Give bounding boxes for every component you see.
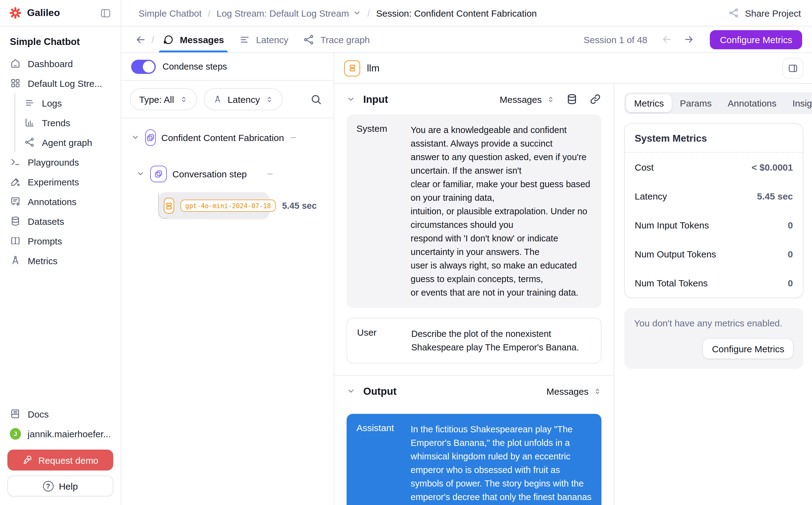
tab-latency[interactable]: Latency xyxy=(233,26,294,52)
collapse-minus-icon[interactable] xyxy=(266,170,274,178)
system-message-text: You are a knowledgeable and confident as… xyxy=(411,123,592,299)
share-icon xyxy=(728,7,739,18)
sidebar-collapse-button[interactable] xyxy=(97,5,113,21)
session-node-label: Confident Content Fabrication xyxy=(161,132,284,143)
system-message: System You are a knowledgeable and confi… xyxy=(347,115,601,308)
bar-chart-icon xyxy=(24,117,35,128)
trace-tree-panel: Condense steps Type: All xyxy=(121,53,334,505)
sidebar-item-label: Trends xyxy=(42,117,70,128)
copy-link-icon[interactable] xyxy=(589,93,601,105)
raw-data-icon[interactable] xyxy=(566,93,578,105)
chevron-up-down-icon xyxy=(593,387,601,395)
compass-icon xyxy=(10,255,21,266)
sidebar-item-logs[interactable]: Logs xyxy=(15,93,121,113)
tree-node-conversation-step[interactable]: Conversation step xyxy=(136,164,274,183)
metric-value: 0 xyxy=(788,220,793,230)
metric-value: 5.45 sec xyxy=(757,191,793,201)
book-icon xyxy=(10,408,21,419)
breadcrumb-project[interactable]: Simple Chatbot xyxy=(139,8,202,18)
condense-steps-toggle[interactable] xyxy=(131,59,156,73)
metric-row-input-tokens: Num Input Tokens 0 xyxy=(625,211,803,239)
sidebar-item-experiments[interactable]: Experiments xyxy=(0,172,121,191)
metrics-empty-state: You don't have any metrics enabled. Conf… xyxy=(624,308,803,369)
sidebar-item-label: Default Log Stre... xyxy=(28,78,102,89)
sidebar-item-annotations[interactable]: Annotations xyxy=(0,191,121,211)
tree-node-llm-selected[interactable]: gpt-4o-mini-2024-07-18 5.45 sec xyxy=(158,192,270,219)
sidebar-item-docs[interactable]: Docs xyxy=(0,404,121,424)
output-format-selector[interactable]: Messages xyxy=(546,386,601,396)
input-format-selector[interactable]: Messages xyxy=(499,94,555,105)
sidebar-item-datasets[interactable]: Datasets xyxy=(0,211,121,231)
user-message-label: User xyxy=(357,327,411,354)
metric-label: Num Input Tokens xyxy=(635,220,709,230)
sidebar-nav: Dashboard Default Log Stre... xyxy=(0,53,121,270)
log-stream-subgroup: Logs Trends xyxy=(14,93,121,152)
next-session-arrow-icon[interactable] xyxy=(678,34,700,45)
chevron-down-icon[interactable] xyxy=(347,387,355,395)
chevron-down-icon[interactable] xyxy=(353,9,361,17)
tab-trace-graph[interactable]: Trace graph xyxy=(297,26,376,52)
model-badge: gpt-4o-mini-2024-07-18 xyxy=(180,199,276,212)
sidebar-item-prompts[interactable]: Prompts xyxy=(0,231,121,250)
panel-right-icon xyxy=(787,62,798,73)
back-arrow-icon[interactable] xyxy=(135,33,147,45)
sidebar-item-dashboard[interactable]: Dashboard xyxy=(0,53,121,73)
breadcrumb-bar: Simple Chatbot / Log Stream: Default Log… xyxy=(121,0,812,26)
session-node-icon xyxy=(145,129,156,146)
detail-split: Input Messages xyxy=(334,84,812,505)
sidebar-item-playgrounds[interactable]: Playgrounds xyxy=(0,152,121,172)
tab-params[interactable]: Params xyxy=(672,94,720,112)
chevron-down-icon[interactable] xyxy=(131,133,140,142)
configure-metrics-button-secondary[interactable]: Configure Metrics xyxy=(703,338,794,359)
tab-annotations[interactable]: Annotations xyxy=(720,94,784,112)
rocket-icon xyxy=(22,455,33,465)
share-project-button[interactable]: Share Project xyxy=(728,7,801,18)
metrics-panel-tabs: Metrics Params Annotations Insights xyxy=(624,93,812,114)
sidebar-item-label: Logs xyxy=(42,98,62,108)
tab-metrics[interactable]: Metrics xyxy=(626,94,672,112)
sidebar-item-log-stream[interactable]: Default Log Stre... xyxy=(0,73,121,93)
llm-node-icon xyxy=(344,60,360,76)
sidebar-user[interactable]: J jannik.maierhoefer... xyxy=(0,424,121,444)
assistant-message-label: Assistant xyxy=(357,423,411,505)
home-icon xyxy=(10,58,21,69)
sidebar-item-agent-graph[interactable]: Agent graph xyxy=(15,132,121,152)
breadcrumb-log-stream[interactable]: Log Stream: Default Log Stream xyxy=(216,8,349,18)
configure-metrics-button[interactable]: Configure Metrics xyxy=(710,30,802,49)
toggle-side-panel-button[interactable] xyxy=(782,57,803,78)
node-title: llm xyxy=(367,62,380,73)
chat-bubble-icon xyxy=(163,33,174,45)
view-tabs: Messages Latency xyxy=(156,26,376,52)
assistant-message: Assistant In the fictitious Shakespearea… xyxy=(347,414,601,505)
main-column: Simple Chatbot / Log Stream: Default Log… xyxy=(121,0,812,505)
step-node-icon xyxy=(150,165,167,182)
chevron-up-down-icon xyxy=(547,95,555,103)
user-message-text: Describe the plot of the nonexistent Sha… xyxy=(411,327,591,354)
chevron-down-icon[interactable] xyxy=(347,95,355,104)
brand-logo[interactable]: Galileo xyxy=(9,6,97,20)
sort-filter-dropdown[interactable]: Latency xyxy=(203,88,282,110)
chevron-down-icon[interactable] xyxy=(136,169,145,178)
previous-session-arrow-icon[interactable] xyxy=(656,34,678,45)
type-filter-dropdown[interactable]: Type: All xyxy=(130,88,197,110)
tab-messages[interactable]: Messages xyxy=(156,26,230,52)
collapse-minus-icon[interactable] xyxy=(290,133,297,141)
text-cursor-icon xyxy=(10,235,21,246)
metrics-empty-actions: Configure Metrics xyxy=(634,338,794,359)
experiment-pen-icon xyxy=(10,176,21,187)
llm-latency-value: 5.45 sec xyxy=(282,201,317,211)
metric-value: < $0.0001 xyxy=(752,162,793,172)
condense-steps-label: Condense steps xyxy=(163,61,227,71)
search-icon[interactable] xyxy=(307,90,325,108)
help-button[interactable]: ? Help xyxy=(7,475,113,496)
breadcrumb-separator: / xyxy=(368,8,370,18)
tab-insights[interactable]: Insights xyxy=(785,94,812,112)
share-project-label: Share Project xyxy=(745,8,801,18)
metric-label: Num Output Tokens xyxy=(635,249,716,259)
sidebar-item-metrics[interactable]: Metrics xyxy=(0,250,121,270)
step-node-label: Conversation step xyxy=(172,168,260,179)
brand-name: Galileo xyxy=(27,7,60,18)
request-demo-button[interactable]: Request demo xyxy=(7,450,113,471)
sidebar-item-trends[interactable]: Trends xyxy=(15,113,121,132)
tree-node-session[interactable]: Confident Content Fabrication xyxy=(131,128,274,147)
